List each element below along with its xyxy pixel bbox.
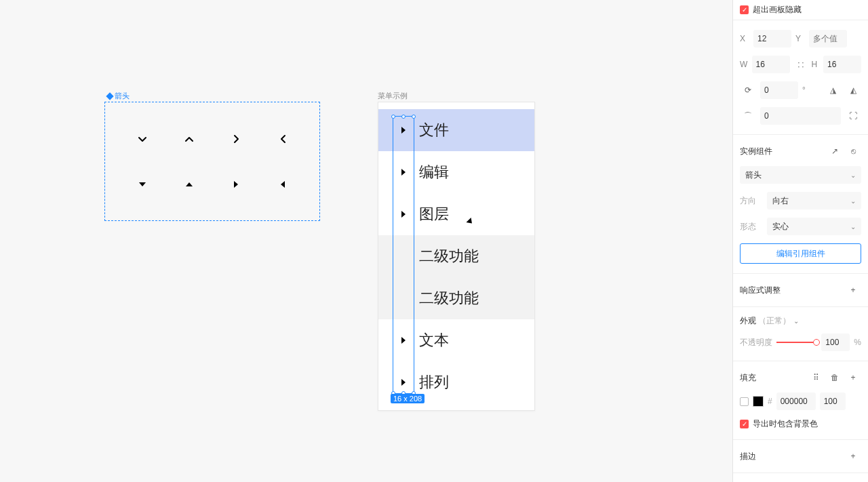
hex-input[interactable] bbox=[776, 393, 816, 410]
edit-master-label: 编辑引用组件 bbox=[776, 248, 825, 260]
appearance-section: 外观 （正常） ⌄ 不透明度 % bbox=[733, 306, 868, 361]
chevron-down-icon[interactable] bbox=[137, 134, 148, 144]
detach-instance-icon[interactable]: ⎋ bbox=[845, 143, 861, 159]
triangle-right-icon[interactable] bbox=[401, 337, 406, 344]
responsive-section: 响应式调整 + bbox=[733, 273, 868, 306]
plus-icon[interactable]: + bbox=[845, 282, 861, 298]
triangle-right-icon[interactable] bbox=[401, 127, 406, 134]
trash-icon[interactable]: 🗑 bbox=[827, 369, 843, 386]
chevron-up-icon[interactable] bbox=[184, 134, 195, 144]
checkbox-checked-icon[interactable]: ✓ bbox=[740, 5, 749, 14]
fill-visible-checkbox[interactable] bbox=[740, 397, 749, 406]
chevron-down-icon[interactable]: ⌄ bbox=[793, 317, 799, 325]
checkbox-checked-icon[interactable]: ✓ bbox=[740, 420, 749, 428]
component-select[interactable]: 箭头 ⌄ bbox=[740, 166, 861, 184]
opacity-slider[interactable] bbox=[776, 342, 817, 343]
flip-horizontal-icon[interactable]: ◮ bbox=[825, 82, 841, 98]
component-select-value: 箭头 bbox=[745, 169, 762, 181]
menu-item-label: 编辑 bbox=[419, 162, 449, 182]
triangle-right-icon[interactable] bbox=[401, 211, 406, 218]
triangle-right-icon[interactable] bbox=[401, 169, 406, 176]
clip-content-row[interactable]: ✓ 超出画板隐藏 bbox=[733, 0, 868, 20]
chevron-down-icon: ⌄ bbox=[850, 172, 856, 179]
rotation-icon[interactable]: ⟳ bbox=[740, 82, 756, 98]
menu-item-layer: 图层 bbox=[378, 193, 534, 235]
opacity-input[interactable] bbox=[821, 334, 850, 351]
component-diamond-icon bbox=[106, 92, 113, 100]
opacity-unit: % bbox=[854, 338, 861, 347]
menu-item-text: 文本 bbox=[378, 319, 534, 361]
radius-input[interactable] bbox=[760, 107, 841, 125]
selected-color-section: 选中颜色 bbox=[733, 473, 868, 482]
h-input[interactable] bbox=[823, 56, 861, 73]
stroke-title: 描边 bbox=[740, 451, 756, 462]
y-label: Y bbox=[795, 34, 805, 43]
menu-artboard[interactable]: 文件 编辑 图层 二级功能 二级功能 文本 排列 bbox=[378, 102, 535, 411]
degree-label: ° bbox=[802, 85, 812, 95]
shape-select-value: 实心 bbox=[772, 221, 789, 233]
menu-item-label: 二级功能 bbox=[419, 246, 479, 266]
x-input[interactable] bbox=[753, 30, 791, 47]
chevron-down-icon: ⌄ bbox=[850, 197, 856, 205]
menu-item-file: 文件 bbox=[378, 109, 534, 151]
fill-alpha-input[interactable] bbox=[820, 393, 846, 410]
fill-section: 填充 ⠿ 🗑 + # ✓ 导出时包含背景色 bbox=[733, 361, 868, 439]
direction-select[interactable]: 向右 ⌄ bbox=[767, 192, 861, 209]
instance-section: 实例组件 ↗ ⎋ 箭头 ⌄ 方向 向右 ⌄ 形态 实心 ⌄ bbox=[733, 134, 868, 273]
independent-corners-icon[interactable]: ⛶ bbox=[845, 108, 861, 124]
export-bg-row[interactable]: ✓ 导出时包含背景色 bbox=[733, 414, 868, 434]
fill-title: 填充 bbox=[740, 372, 756, 384]
triangle-down-icon[interactable] bbox=[137, 179, 148, 190]
w-label: W bbox=[740, 60, 748, 69]
triangle-right-icon[interactable] bbox=[401, 379, 406, 386]
menu-item-label: 文件 bbox=[419, 120, 449, 140]
selection-size-badge: 16 x 208 bbox=[391, 394, 425, 403]
menu-item-edit: 编辑 bbox=[378, 151, 534, 193]
direction-label: 方向 bbox=[740, 195, 763, 207]
plus-icon[interactable]: + bbox=[845, 369, 861, 386]
shape-label: 形态 bbox=[740, 221, 763, 233]
rotation-input[interactable] bbox=[760, 81, 798, 99]
triangle-up-icon[interactable] bbox=[184, 179, 195, 190]
chevron-right-icon[interactable] bbox=[231, 134, 241, 144]
chevron-left-icon[interactable] bbox=[277, 134, 288, 144]
menu-item-label: 图层 bbox=[419, 204, 449, 224]
y-input[interactable] bbox=[809, 30, 847, 47]
triangle-right-icon[interactable] bbox=[231, 179, 241, 190]
appearance-mode: （正常） bbox=[758, 316, 791, 325]
arrow-frame-label: 箭头 bbox=[107, 91, 130, 101]
export-bg-label: 导出时包含背景色 bbox=[753, 418, 818, 430]
geometry-section: X Y W ⸬ H ⟳ ° ◮ ◭ ⌒ ⛶ bbox=[733, 20, 868, 134]
plus-icon[interactable]: + bbox=[845, 448, 861, 464]
canvas[interactable]: 箭头 菜单示例 文件 编辑 图层 二级功能 二 bbox=[0, 0, 732, 482]
x-label: X bbox=[740, 34, 749, 43]
menu-artboard-label: 菜单示例 bbox=[378, 91, 408, 101]
chevron-down-icon: ⌄ bbox=[850, 223, 856, 230]
edit-master-button[interactable]: 编辑引用组件 bbox=[740, 243, 861, 264]
go-to-master-icon[interactable]: ↗ bbox=[827, 143, 843, 159]
menu-item-sub: 二级功能 bbox=[378, 235, 534, 277]
inspector-panel: ✓ 超出画板隐藏 X Y W ⸬ H ⟳ ° ◮ ◭ ⌒ ⛶ bbox=[732, 0, 868, 482]
corner-radius-icon[interactable]: ⌒ bbox=[740, 108, 756, 124]
appearance-title: 外观 bbox=[740, 316, 756, 325]
hash-label: # bbox=[768, 397, 772, 406]
menu-item-label: 排列 bbox=[419, 372, 449, 393]
link-icon[interactable]: ⸬ bbox=[794, 56, 808, 73]
menu-item-sub: 二级功能 bbox=[378, 277, 534, 319]
shape-select[interactable]: 实心 ⌄ bbox=[767, 218, 861, 235]
instance-title: 实例组件 bbox=[740, 146, 772, 157]
w-input[interactable] bbox=[752, 56, 790, 73]
arrow-frame-label-text: 箭头 bbox=[115, 91, 130, 101]
responsive-title: 响应式调整 bbox=[740, 285, 781, 296]
direction-select-value: 向右 bbox=[772, 195, 789, 207]
h-label: H bbox=[811, 60, 819, 69]
color-swatch[interactable] bbox=[753, 396, 764, 407]
stroke-section: 描边 + bbox=[733, 439, 868, 473]
triangle-left-icon[interactable] bbox=[277, 179, 288, 190]
menu-item-label: 二级功能 bbox=[419, 288, 479, 308]
flip-vertical-icon[interactable]: ◭ bbox=[845, 82, 861, 98]
clip-content-label: 超出画板隐藏 bbox=[753, 4, 802, 16]
opacity-label: 不透明度 bbox=[740, 337, 772, 348]
grid-icon[interactable]: ⠿ bbox=[808, 369, 824, 386]
arrow-component-frame[interactable] bbox=[104, 102, 320, 221]
